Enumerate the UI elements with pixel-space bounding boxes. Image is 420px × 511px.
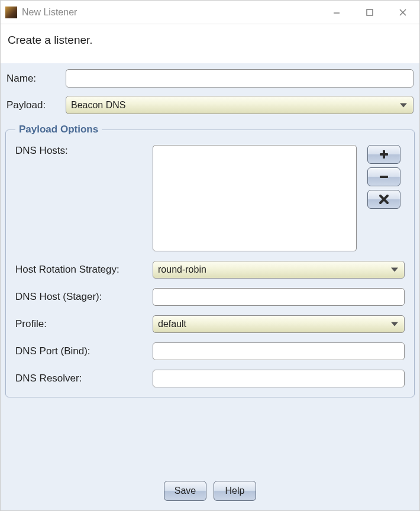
name-label: Name: (7, 73, 61, 85)
name-input[interactable] (66, 69, 413, 88)
profile-label: Profile: (15, 318, 147, 330)
dns-host-stager-label: DNS Host (Stager): (15, 291, 147, 303)
save-button[interactable]: Save (164, 481, 206, 501)
profile-select[interactable]: default (153, 315, 405, 333)
profile-value: default (158, 319, 186, 329)
maximize-button[interactable] (353, 1, 386, 24)
host-rotation-value: round-robin (158, 264, 206, 275)
svg-rect-1 (367, 9, 373, 15)
dns-hosts-list[interactable] (153, 145, 357, 251)
close-button[interactable] (386, 1, 419, 24)
payload-label: Payload: (7, 99, 61, 111)
svg-rect-5 (380, 153, 388, 156)
dns-resolver-label: DNS Resolver: (15, 373, 147, 384)
close-icon (399, 8, 407, 17)
dns-port-bind-input[interactable] (153, 342, 405, 360)
minimize-icon (332, 8, 341, 17)
remove-host-button[interactable] (367, 167, 400, 186)
host-rotation-label: Host Rotation Strategy: (15, 264, 147, 276)
dns-port-bind-label: DNS Port (Bind): (15, 345, 147, 357)
add-host-button[interactable] (367, 145, 400, 164)
dns-resolver-input[interactable] (153, 370, 405, 387)
window-titlebar: New Listener (1, 1, 419, 24)
instruction-banner: Create a listener. (1, 24, 419, 63)
payload-select[interactable]: Beacon DNS (66, 96, 413, 114)
dns-hosts-label: DNS Hosts: (15, 145, 147, 157)
host-rotation-select[interactable]: round-robin (153, 261, 405, 279)
minimize-button[interactable] (320, 1, 353, 24)
help-button[interactable]: Help (214, 481, 256, 501)
window-title: New Listener (22, 7, 77, 18)
svg-rect-6 (380, 176, 388, 178)
dialog-footer: Save Help (1, 473, 419, 510)
dns-host-stager-input[interactable] (153, 288, 405, 306)
plus-icon (379, 149, 389, 160)
payload-options-group: Payload Options DNS Hosts: Host Rotation… (5, 124, 415, 397)
x-icon (379, 194, 389, 205)
maximize-icon (366, 8, 374, 17)
payload-select-value: Beacon DNS (71, 100, 126, 111)
clear-hosts-button[interactable] (367, 190, 400, 209)
minus-icon (379, 172, 389, 182)
app-icon (5, 7, 17, 18)
payload-options-legend: Payload Options (15, 124, 102, 135)
